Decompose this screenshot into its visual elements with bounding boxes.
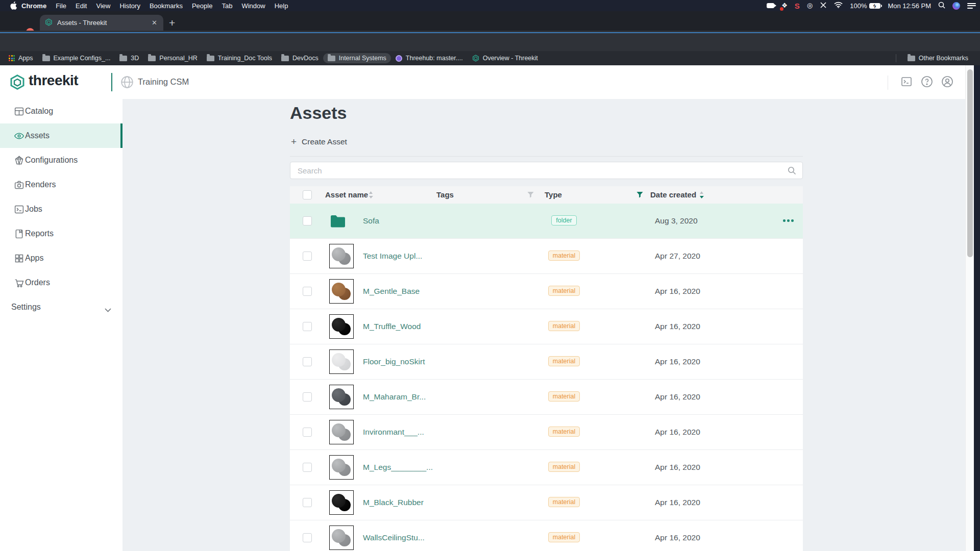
threekit-logo-icon[interactable] <box>9 74 26 92</box>
sidebar-item-reports[interactable]: Reports <box>0 221 122 246</box>
menu-item-edit[interactable]: Edit <box>71 2 91 10</box>
table-row[interactable]: M_Maharam_Br...materialApr 16, 2020 <box>290 380 803 415</box>
table-row[interactable]: M_Legs________...materialApr 16, 2020 <box>290 450 803 485</box>
sort-icon[interactable] <box>369 191 373 201</box>
menu-item-history[interactable]: History <box>115 2 144 10</box>
battery-icon[interactable]: ϟ <box>869 3 880 9</box>
control-list-icon[interactable] <box>967 3 976 9</box>
menu-item-bookmarks[interactable]: Bookmarks <box>145 2 187 10</box>
asset-name-link[interactable]: Invironmant___... <box>363 428 424 437</box>
material-thumbnail[interactable] <box>329 455 354 480</box>
bookmark-devdocs[interactable]: DevDocs <box>277 53 323 63</box>
row-checkbox[interactable] <box>303 252 312 261</box>
material-thumbnail[interactable] <box>329 385 354 409</box>
move-arrows-icon[interactable] <box>820 2 827 10</box>
page-scrollbar[interactable] <box>965 65 974 551</box>
asset-name-link[interactable]: M_Gentle_Base <box>363 287 420 296</box>
bookmark-overview-threekit[interactable]: Overview - Threekit <box>468 53 543 63</box>
row-menu-button[interactable] <box>783 219 794 222</box>
sidebar-item-jobs[interactable]: Jobs <box>0 197 122 221</box>
sort-active-icon[interactable] <box>699 191 704 201</box>
sidebar-item-apps[interactable]: Apps <box>0 246 122 270</box>
material-thumbnail[interactable] <box>329 525 354 550</box>
row-checkbox[interactable] <box>303 216 312 226</box>
row-checkbox[interactable] <box>303 533 312 542</box>
material-thumbnail[interactable] <box>329 420 354 444</box>
bookmark-3d[interactable]: 3D <box>115 53 143 63</box>
asset-name-link[interactable]: M_Truffle_Wood <box>363 322 421 331</box>
row-checkbox[interactable] <box>303 392 312 402</box>
search-icon[interactable] <box>788 166 796 177</box>
create-asset-button[interactable]: + Create Asset <box>291 137 347 146</box>
asset-name-link[interactable]: M_Legs________... <box>363 463 433 472</box>
scrollbar-thumb[interactable] <box>967 69 973 257</box>
browser-tab[interactable]: Assets - Threekit ✕ <box>40 15 163 31</box>
sidebar-item-orders[interactable]: Orders <box>0 270 122 295</box>
row-checkbox[interactable] <box>303 428 312 437</box>
asset-name-link[interactable]: M_Black_Rubber <box>363 498 424 507</box>
material-thumbnail[interactable] <box>329 314 354 339</box>
table-row[interactable]: WallsCeilingStu...materialApr 16, 2020 <box>290 520 803 551</box>
column-header-type[interactable]: Type <box>545 190 562 199</box>
row-checkbox[interactable] <box>303 498 312 507</box>
bookmark-personal-hr[interactable]: Personal_HR <box>143 53 202 63</box>
org-name[interactable]: Training CSM <box>138 77 189 87</box>
column-header-tags[interactable]: Tags <box>436 190 454 199</box>
bookmark-internal-systems[interactable]: Internal Systems <box>323 53 391 63</box>
menu-item-view[interactable]: View <box>91 2 115 10</box>
bookmark-threehub-master[interactable]: Threehub: master.... <box>391 53 468 63</box>
material-thumbnail[interactable] <box>329 490 354 515</box>
sidebar-item-assets[interactable]: Assets <box>0 123 122 148</box>
menubar-clock[interactable]: Mon 12:56 PM <box>888 2 931 10</box>
record-menubar-icon[interactable]: ◎ <box>807 0 813 11</box>
asset-name-link[interactable]: Test Image Upl... <box>363 252 422 261</box>
dropbox-menubar-icon[interactable]: ❖ <box>781 0 788 11</box>
sidebar-item-renders[interactable]: Renders <box>0 172 122 197</box>
menu-item-help[interactable]: Help <box>270 2 293 10</box>
siri-icon[interactable] <box>952 2 960 10</box>
filter-active-icon[interactable] <box>636 191 644 200</box>
material-thumbnail[interactable] <box>329 279 354 304</box>
sidebar-item-settings[interactable]: Settings <box>0 295 122 319</box>
material-thumbnail[interactable] <box>329 349 354 374</box>
material-thumbnail[interactable] <box>329 244 354 268</box>
row-checkbox[interactable] <box>303 463 312 472</box>
new-tab-button[interactable]: + <box>169 17 175 28</box>
bookmark-apps[interactable]: Apps <box>4 53 38 63</box>
asset-name-link[interactable]: Floor_big_noSkirt <box>363 357 425 366</box>
row-checkbox[interactable] <box>303 357 312 366</box>
sidebar-item-configurations[interactable]: Configurations <box>0 148 122 172</box>
row-checkbox[interactable] <box>303 287 312 296</box>
table-row[interactable]: M_Gentle_BasematerialApr 16, 2020 <box>290 274 803 309</box>
column-header-asset-name[interactable]: Asset name <box>325 190 368 199</box>
table-row[interactable]: SofafolderAug 3, 2020 <box>290 204 803 239</box>
row-checkbox[interactable] <box>303 322 312 331</box>
asset-name-link[interactable]: Sofa <box>363 216 379 226</box>
table-row[interactable]: M_Truffle_WoodmaterialApr 16, 2020 <box>290 309 803 344</box>
menu-item-chrome[interactable]: Chrome <box>17 2 51 10</box>
bookmark-training-doc-tools[interactable]: Training_Doc Tools <box>202 53 277 63</box>
search-input[interactable] <box>290 162 802 179</box>
select-all-checkbox[interactable] <box>303 190 312 199</box>
wifi-icon[interactable] <box>834 2 843 10</box>
account-icon[interactable] <box>941 76 953 90</box>
other-bookmarks-button[interactable]: Other Bookmarks <box>903 53 973 63</box>
tab-close-icon[interactable]: ✕ <box>151 19 158 27</box>
bookmark-example-configs[interactable]: Example Configs_... <box>38 53 115 63</box>
spotlight-icon[interactable] <box>938 2 945 10</box>
menu-item-window[interactable]: Window <box>237 2 270 10</box>
console-icon[interactable] <box>900 76 913 90</box>
table-row[interactable]: M_Black_RubbermaterialApr 16, 2020 <box>290 485 803 520</box>
camera-menubar-icon[interactable] <box>767 3 774 8</box>
column-header-date-created[interactable]: Date created <box>650 190 696 199</box>
filter-icon[interactable] <box>527 191 534 200</box>
help-icon[interactable] <box>921 76 933 90</box>
asset-name-link[interactable]: WallsCeilingStu... <box>363 533 425 542</box>
menu-item-tab[interactable]: Tab <box>217 2 237 10</box>
menu-item-file[interactable]: File <box>51 2 71 10</box>
apple-menu-icon[interactable] <box>10 2 17 10</box>
table-row[interactable]: Floor_big_noSkirtmaterialApr 16, 2020 <box>290 344 803 380</box>
s-app-menubar-icon[interactable]: S <box>795 2 800 10</box>
sidebar-item-catalog[interactable]: Catalog <box>0 99 122 123</box>
table-row[interactable]: Test Image Upl...materialApr 27, 2020 <box>290 239 803 274</box>
